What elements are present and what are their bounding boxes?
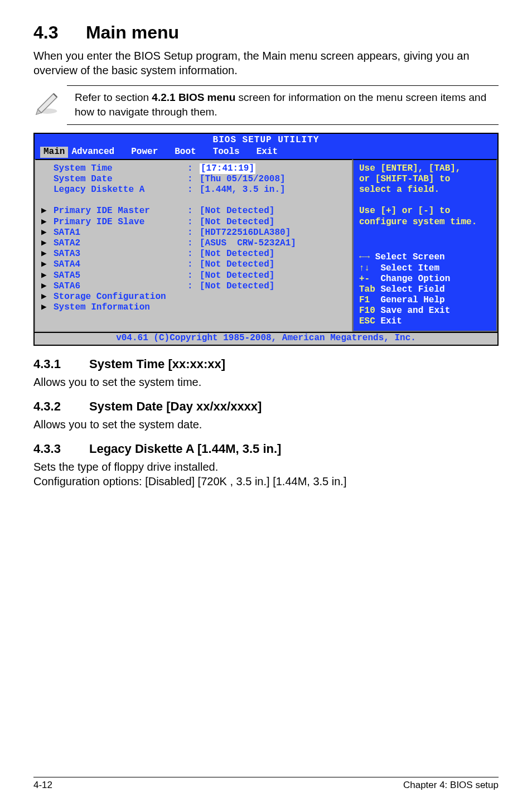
- bios-title: BIOS SETUP UTILITY: [35, 134, 497, 147]
- bios-tab-advanced[interactable]: Advanced: [68, 147, 128, 157]
- bios-help-pane: Use [ENTER], [TAB], or [SHIFT-TAB] to se…: [352, 159, 497, 332]
- bios-key-legend: ←→ Select Screen↑↓ Select Item+- Change …: [359, 252, 491, 327]
- bios-left-pane: System Time:[17:41:19]System Date:[Thu 0…: [35, 159, 352, 332]
- subsection-heading: 4.3.1System Time [xx:xx:xx]: [33, 357, 499, 371]
- heading-title: Main menu: [86, 22, 179, 42]
- pencil-icon: [33, 88, 61, 115]
- page-footer: 4-12 Chapter 4: BIOS setup: [33, 777, 499, 791]
- note-container: Refer to section 4.2.1 BIOS menu screen …: [33, 85, 499, 125]
- subsection-heading: 4.3.2System Date [Day xx/xx/xxxx]: [33, 399, 499, 414]
- heading-number: 4.3: [33, 22, 81, 43]
- note-bold: 4.2.1 BIOS menu: [152, 91, 235, 103]
- bios-tab-power[interactable]: Power: [128, 147, 171, 157]
- subsection-body: Allows you to set the system date.: [33, 417, 499, 432]
- intro-paragraph: When you enter the BIOS Setup program, t…: [33, 49, 499, 78]
- chapter-label: Chapter 4: BIOS setup: [403, 780, 499, 791]
- bios-tab-main[interactable]: Main: [40, 147, 68, 157]
- bios-help-text: Use [ENTER], [TAB], or [SHIFT-TAB] to se…: [359, 163, 491, 228]
- note-text: Refer to section 4.2.1 BIOS menu screen …: [67, 85, 499, 125]
- bios-screenshot: BIOS SETUP UTILITY Main Advanced Power B…: [33, 133, 499, 346]
- page-heading: 4.3 Main menu: [33, 22, 499, 43]
- subsection-body: Allows you to set the system time.: [33, 375, 499, 389]
- bios-tab-boot[interactable]: Boot: [171, 147, 209, 157]
- bios-tab-tools[interactable]: Tools: [210, 147, 253, 157]
- bios-menubar[interactable]: Main Advanced Power Boot Tools Exit: [35, 147, 497, 158]
- bios-footer: v04.61 (C)Copyright 1985-2008, American …: [35, 332, 497, 345]
- bios-tab-exit[interactable]: Exit: [253, 147, 291, 157]
- subsection-body: Sets the type of floppy drive installed.…: [33, 460, 499, 489]
- subsection-heading: 4.3.3Legacy Diskette A [1.44M, 3.5 in.]: [33, 442, 499, 456]
- page-number: 4-12: [33, 780, 52, 791]
- note-pre: Refer to section: [75, 91, 152, 103]
